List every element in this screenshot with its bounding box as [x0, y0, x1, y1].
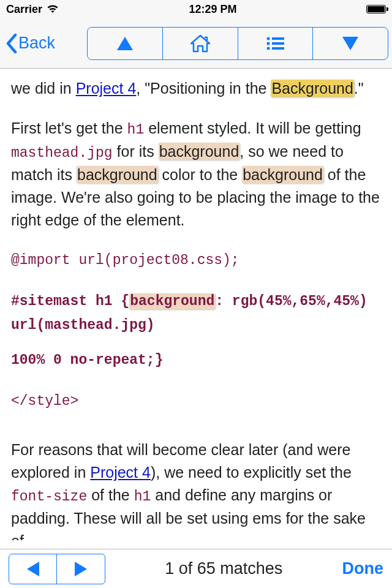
toolbar-up-button[interactable]: [88, 28, 163, 59]
text: #sitemast h1 {: [11, 293, 129, 309]
toolbar-segment: [87, 27, 388, 60]
toolbar-home-button[interactable]: [163, 28, 238, 59]
text: .": [354, 80, 364, 97]
code-line: @import url(project08.css);: [11, 249, 381, 273]
paragraph: For reasons that will become clear later…: [11, 439, 381, 540]
triangle-right-icon: [74, 560, 88, 578]
find-bar: 1 of 65 matches Done: [0, 549, 392, 588]
svg-rect-5: [272, 47, 284, 50]
code-inline: h1: [127, 122, 145, 138]
code-line: </style>: [11, 390, 381, 413]
paragraph: First let's get the h1 element styled. I…: [11, 117, 381, 232]
done-button[interactable]: Done: [342, 559, 384, 578]
text: , "Positioning in the: [136, 80, 271, 97]
find-segment: [9, 554, 105, 584]
carrier-label: Carrier: [6, 3, 42, 16]
code-inline: masthead.jpg: [11, 145, 113, 161]
text: we did in: [11, 80, 76, 97]
svg-point-0: [267, 37, 270, 40]
text: of the: [87, 486, 134, 503]
status-left: Carrier: [6, 3, 59, 16]
paragraph: we did in Project 4, "Positioning in the…: [11, 77, 381, 100]
svg-point-4: [267, 47, 270, 50]
list-icon: [266, 36, 284, 51]
code-inline: h1: [134, 489, 151, 505]
link-project4[interactable]: Project 4: [90, 464, 151, 481]
highlight: background: [159, 143, 240, 160]
text: First let's get the: [11, 119, 127, 137]
back-button[interactable]: Back: [6, 34, 55, 53]
text: color to the: [158, 166, 243, 183]
chevron-left-icon: [6, 34, 17, 53]
text: ), we need to explicitly set the: [151, 464, 352, 481]
svg-point-2: [267, 42, 270, 45]
toolbar-down-button[interactable]: [313, 28, 388, 59]
code-line: #sitemast h1 {background: rgb(45%,65%,45…: [11, 290, 381, 337]
wifi-icon: [46, 4, 59, 14]
highlight: background: [129, 293, 215, 309]
code-inline: font-size: [11, 489, 87, 505]
link-project4[interactable]: Project 4: [76, 80, 137, 97]
nav-bar: Back: [0, 18, 392, 69]
toolbar-list-button[interactable]: [238, 28, 314, 59]
home-icon: [190, 34, 211, 53]
svg-rect-1: [272, 37, 284, 40]
content-area[interactable]: we did in Project 4, "Positioning in the…: [0, 69, 392, 540]
svg-rect-3: [272, 42, 284, 45]
time-label: 12:29 PM: [189, 3, 237, 16]
code-line: 100% 0 no-repeat;}: [11, 349, 381, 372]
status-bar: Carrier 12:29 PM: [0, 0, 392, 18]
highlight-active: Background: [271, 80, 353, 97]
find-count-label: 1 of 65 matches: [113, 559, 335, 578]
triangle-up-icon: [116, 36, 134, 51]
status-right: [366, 5, 386, 13]
find-next-button[interactable]: [57, 554, 105, 584]
code-block: @import url(project08.css); #sitemast h1…: [11, 249, 381, 413]
triangle-down-icon: [341, 36, 360, 51]
highlight: background: [242, 166, 323, 183]
back-label: Back: [18, 34, 55, 53]
text: for its: [113, 143, 159, 160]
battery-icon: [366, 5, 386, 13]
find-prev-button[interactable]: [9, 554, 57, 584]
text: element styled. It will be getting: [144, 119, 361, 137]
highlight: background: [77, 166, 158, 183]
triangle-left-icon: [26, 560, 40, 578]
